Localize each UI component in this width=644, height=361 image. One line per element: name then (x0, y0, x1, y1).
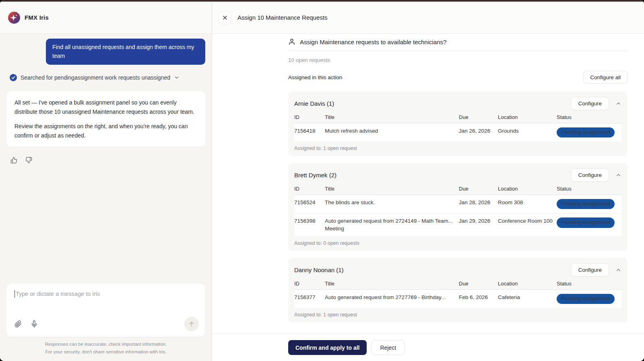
assignment-panel-header: Assign 10 Maintenance Requests (212, 2, 644, 34)
col-header-location: Location (498, 114, 557, 121)
close-icon (222, 14, 228, 21)
technician-name: Danny Noonan (1) (294, 267, 344, 273)
request-table-header: ID Title Due Location Status (294, 186, 621, 195)
technician-card: Arnie Davis (1) Configure ID Title Due L… (288, 92, 627, 156)
brand-name: FMX Iris (25, 14, 49, 21)
configure-button[interactable]: Configure (571, 97, 609, 110)
request-title: Auto generated request from 2727769 - Bi… (325, 294, 459, 301)
request-id: 7156418 (294, 127, 325, 135)
col-header-id: ID (294, 281, 325, 287)
assignment-panel: Assign 10 Maintenance Requests Assign Ma… (212, 2, 644, 361)
col-header-id: ID (294, 186, 325, 192)
chat-thread: Find all unassigned requests and assign … (0, 34, 212, 361)
technician-name: Brett Dymek (2) (294, 172, 336, 178)
col-header-status: Status (557, 186, 621, 192)
request-location: Grounds (498, 127, 557, 135)
open-requests-count: 10 open requests (288, 57, 627, 63)
assigned-note: Assigned to: 0 open requests (294, 240, 621, 246)
technician-card: Brett Dymek (2) Configure ID Title Due L… (288, 163, 627, 251)
col-header-id: ID (294, 114, 325, 121)
microphone-icon[interactable] (31, 320, 38, 328)
request-location: Conference Room 100 (498, 217, 557, 225)
request-title: Auto generated request from 2724149 - Ma… (325, 217, 459, 232)
assistant-paragraph-1: All set — I've opened a bulk assignment … (14, 98, 197, 116)
chat-header: FMX Iris (0, 2, 212, 34)
request-location: Cafeteria (498, 294, 557, 301)
col-header-location: Location (498, 281, 557, 287)
status-badge-cell: Pending assignment (557, 217, 621, 228)
request-rows: 7156524 The blinds are stuck. Jan 28, 20… (294, 195, 621, 236)
request-id: 7156377 (294, 294, 325, 301)
request-due: Feb 6, 2026 (459, 294, 498, 301)
chevron-up-icon[interactable] (615, 101, 621, 107)
chat-panel: FMX Iris Find all unassigned requests an… (0, 2, 212, 361)
request-id: 7156398 (294, 217, 325, 225)
request-row[interactable]: 7156377 Auto generated request from 2727… (294, 290, 621, 308)
request-location: Room 308 (498, 199, 557, 206)
request-table-header: ID Title Due Location Status (294, 281, 621, 290)
disclaimer-line-2: For your security, don't share sensitive… (6, 348, 205, 356)
configure-button[interactable]: Configure (571, 168, 609, 182)
assignment-content: Assign Maintenance requests to available… (212, 34, 644, 334)
request-row[interactable]: 7156418 Mulch refresh advised Jan 26, 20… (294, 123, 621, 142)
status-badge-cell: Pending assignment (557, 199, 621, 209)
reject-button[interactable]: Reject (372, 340, 405, 355)
status-badge: Pending assignment (557, 127, 615, 137)
col-header-title: Title (325, 114, 459, 121)
assigned-row: Assigned in this action Configure all (288, 71, 627, 84)
action-footer: Confirm and apply to all Reject (212, 334, 644, 361)
status-badge-cell: Pending assignment (557, 294, 621, 304)
person-icon (288, 38, 295, 45)
configure-all-button[interactable]: Configure all (583, 71, 627, 84)
fmx-iris-logo-icon (8, 12, 20, 24)
technician-card: Danny Noonan (1) Configure ID Title Due … (288, 258, 627, 322)
divider (288, 51, 627, 51)
thumbs-up-icon[interactable] (10, 157, 17, 164)
disclaimer-line-1: Responses can be inaccurate, check impor… (6, 340, 205, 349)
request-row[interactable]: 7156398 Auto generated request from 2724… (294, 213, 621, 236)
status-badge: Pending assignment (557, 294, 615, 304)
assigned-label: Assigned in this action (288, 74, 342, 80)
chevron-up-icon[interactable] (615, 172, 621, 178)
technician-name: Arnie Davis (1) (294, 100, 334, 107)
col-header-status: Status (557, 114, 621, 121)
input-placeholder: Type or dictate a message to Iris (16, 291, 100, 297)
disclaimer: Responses can be inaccurate, check impor… (6, 340, 205, 356)
configure-button[interactable]: Configure (571, 263, 609, 277)
thumbs-down-icon[interactable] (25, 157, 32, 164)
assigned-note: Assigned to: 1 open request (294, 146, 621, 151)
chevron-up-icon[interactable] (615, 267, 621, 273)
message-input[interactable]: Type or dictate a message to Iris (6, 283, 205, 337)
feedback-row (6, 157, 205, 164)
chevron-down-icon[interactable] (174, 75, 180, 80)
send-arrow-icon (188, 320, 195, 328)
col-header-title: Title (325, 186, 459, 192)
assistant-message: All set — I've opened a bulk assignment … (6, 91, 205, 147)
col-header-status: Status (557, 281, 621, 287)
col-header-due: Due (459, 114, 498, 121)
request-due: Jan 29, 2026 (459, 217, 498, 225)
tool-status-row[interactable]: Searched for pendingassignment work requ… (6, 74, 205, 81)
request-rows: 7156418 Mulch refresh advised Jan 26, 20… (294, 123, 621, 142)
col-header-location: Location (498, 186, 557, 192)
question-row: Assign Maintenance requests to available… (288, 38, 627, 45)
send-button[interactable] (184, 317, 199, 331)
close-button[interactable] (219, 11, 231, 24)
question-text: Assign Maintenance requests to available… (300, 39, 446, 45)
confirm-apply-all-button[interactable]: Confirm and apply to all (288, 340, 367, 355)
app-window: FMX Iris Find all unassigned requests an… (0, 0, 644, 361)
status-badge: Pending assignment (557, 199, 615, 209)
technician-cards: Arnie Davis (1) Configure ID Title Due L… (288, 92, 627, 322)
attachment-icon[interactable] (14, 320, 22, 328)
col-header-due: Due (459, 281, 498, 287)
status-badge: Pending assignment (557, 217, 615, 228)
check-circle-icon (10, 74, 17, 81)
panel-title: Assign 10 Maintenance Requests (237, 14, 327, 21)
request-due: Jan 28, 2026 (459, 199, 498, 206)
assistant-paragraph-2: Review the assignments on the right, and… (14, 122, 197, 140)
user-message-bubble: Find all unassigned requests and assign … (46, 39, 205, 65)
assigned-note: Assigned to: 1 open request (294, 312, 621, 318)
request-row[interactable]: 7156524 The blinds are stuck. Jan 28, 20… (294, 195, 621, 213)
request-rows: 7156377 Auto generated request from 2727… (294, 290, 621, 308)
request-table-header: ID Title Due Location Status (294, 114, 621, 123)
